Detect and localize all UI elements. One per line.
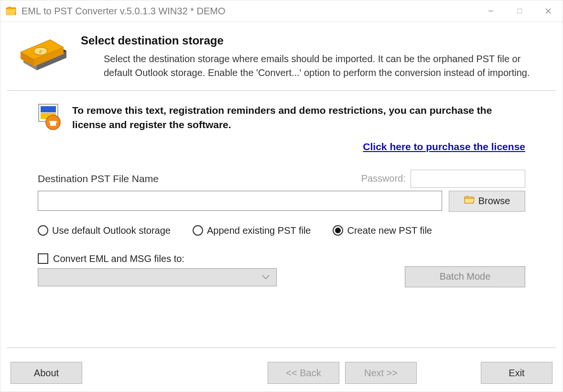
- browse-button-label: Browse: [478, 196, 510, 207]
- titlebar: EML to PST Converter v.5.0.1.3 WIN32 * D…: [0, 0, 563, 22]
- back-button: << Back: [268, 362, 339, 384]
- radio-icon: [193, 225, 203, 236]
- window-controls: [476, 0, 563, 22]
- wizard-heading: Select destination storage: [81, 34, 551, 47]
- convert-checkbox[interactable]: Convert EML and MSG files to:: [38, 253, 184, 264]
- minimize-button[interactable]: [476, 0, 505, 22]
- destination-path-input[interactable]: [38, 191, 442, 211]
- radio-use-default-outlook[interactable]: Use default Outlook storage: [38, 225, 171, 236]
- purchase-license-link[interactable]: Click here to purchase the license: [363, 141, 525, 152]
- password-label: Password:: [361, 173, 406, 184]
- back-button-label: << Back: [286, 368, 321, 379]
- convert-checkbox-label: Convert EML and MSG files to:: [53, 253, 184, 264]
- next-button-label: Next >>: [364, 368, 398, 379]
- convert-format-dropdown: [38, 268, 277, 286]
- password-input[interactable]: [411, 170, 525, 188]
- demo-banner-text: To remove this text, registration remind…: [72, 103, 525, 132]
- demo-banner-icon: [38, 103, 63, 131]
- browse-button[interactable]: Browse: [449, 191, 525, 212]
- radio-icon: [38, 225, 48, 236]
- folder-open-icon: [464, 196, 475, 207]
- destination-form: Destination PST File Name Password: Brow…: [7, 152, 556, 286]
- exit-button[interactable]: Exit: [481, 362, 552, 384]
- exit-button-label: Exit: [509, 368, 524, 379]
- wizard-description: Select the destination storage where ema…: [104, 52, 546, 80]
- svg-rect-13: [41, 106, 56, 112]
- window-title: EML to PST Converter v.5.0.1.3 WIN32 * D…: [22, 6, 476, 17]
- batch-mode-label: Batch Mode: [440, 271, 491, 282]
- maximize-button: [505, 0, 534, 22]
- radio-label: Append existing PST file: [207, 225, 311, 236]
- wizard-button-bar: About << Back Next >> Exit: [0, 354, 563, 392]
- bottom-separator: [7, 348, 556, 348]
- about-button-label: About: [34, 368, 59, 379]
- svg-text:e: e: [39, 48, 42, 54]
- batch-mode-button: Batch Mode: [405, 266, 525, 287]
- radio-label: Use default Outlook storage: [52, 225, 171, 236]
- checkbox-icon: [38, 253, 48, 264]
- app-icon: [5, 5, 17, 17]
- radio-icon: [333, 225, 343, 236]
- svg-rect-17: [50, 122, 56, 126]
- about-button[interactable]: About: [11, 362, 82, 384]
- close-button[interactable]: [534, 0, 563, 22]
- storage-icon: e: [18, 35, 70, 79]
- radio-create-new-pst[interactable]: Create new PST file: [333, 225, 432, 236]
- chevron-down-icon: [262, 272, 270, 282]
- demo-banner: To remove this text, registration remind…: [7, 91, 556, 132]
- destination-label: Destination PST File Name: [38, 173, 159, 185]
- next-button: Next >>: [345, 362, 417, 384]
- svg-rect-1: [518, 9, 522, 13]
- storage-mode-radio-group: Use default Outlook storage Append exist…: [38, 225, 525, 236]
- radio-append-existing-pst[interactable]: Append existing PST file: [193, 225, 311, 236]
- wizard-header: e Select destination storage Select the …: [7, 22, 556, 91]
- radio-label: Create new PST file: [347, 225, 432, 236]
